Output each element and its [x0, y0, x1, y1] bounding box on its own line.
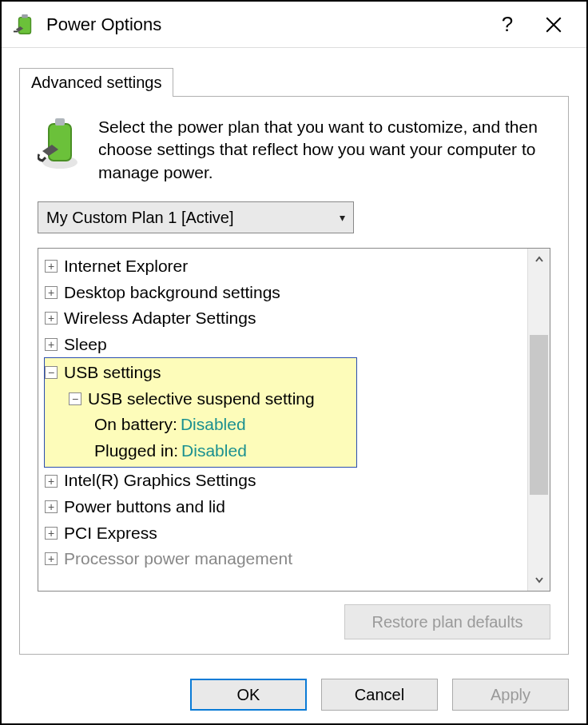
battery-plug-icon — [13, 13, 37, 37]
tree-label: PCI Express — [64, 520, 157, 547]
close-button[interactable] — [530, 3, 577, 46]
svg-rect-0 — [19, 17, 31, 34]
settings-tree-container: + Internet Explorer + Desktop background… — [38, 248, 550, 592]
tree-label: Wireless Adapter Settings — [64, 305, 256, 332]
tree-label: Internet Explorer — [64, 253, 188, 280]
tree-label: Desktop background settings — [64, 280, 280, 306]
close-icon — [546, 17, 562, 33]
client-area: Advanced settings Select the power plan … — [2, 48, 586, 667]
setting-plugged-in[interactable]: Plugged in: Disabled — [45, 438, 356, 464]
tab-advanced-settings[interactable]: Advanced settings — [19, 68, 173, 97]
svg-rect-1 — [22, 14, 28, 18]
window-title: Power Options — [46, 14, 484, 35]
chevron-down-icon: ▾ — [340, 211, 345, 224]
scroll-up-button[interactable] — [528, 249, 550, 271]
tab-panel: Select the power plan that you want to c… — [19, 96, 569, 655]
expand-icon[interactable]: + — [45, 500, 58, 513]
expand-icon[interactable]: + — [45, 312, 58, 325]
expand-icon[interactable]: + — [45, 552, 58, 565]
setting-value[interactable]: Disabled — [181, 412, 246, 438]
svg-rect-5 — [55, 118, 65, 125]
tree-label: Sleep — [64, 332, 107, 358]
vertical-scrollbar[interactable] — [527, 249, 550, 591]
tree-item-wireless-adapter[interactable]: + Wireless Adapter Settings — [45, 305, 527, 332]
tree-label: Intel(R) Graphics Settings — [64, 468, 256, 494]
tabstrip: Advanced settings — [19, 62, 569, 96]
expand-icon[interactable]: + — [45, 527, 58, 540]
setting-on-battery[interactable]: On battery: Disabled — [45, 412, 356, 438]
svg-rect-2 — [14, 30, 18, 32]
tree-item-sleep[interactable]: + Sleep — [45, 332, 527, 358]
scrollbar-track[interactable] — [528, 271, 550, 568]
tree-item-pci-express[interactable]: + PCI Express — [45, 520, 527, 547]
svg-rect-4 — [49, 124, 71, 161]
plan-dropdown-value: My Custom Plan 1 [Active] — [46, 209, 340, 227]
tree-item-internet-explorer[interactable]: + Internet Explorer — [45, 253, 527, 280]
tree-label: Power buttons and lid — [64, 494, 225, 520]
scroll-down-button[interactable] — [528, 568, 550, 591]
plan-dropdown[interactable]: My Custom Plan 1 [Active] ▾ — [38, 201, 354, 233]
intro-row: Select the power plan that you want to c… — [38, 116, 550, 184]
settings-tree[interactable]: + Internet Explorer + Desktop background… — [38, 249, 527, 591]
power-options-window: Power Options ? Advanced settings — [0, 0, 588, 725]
tree-item-usb-settings[interactable]: − USB settings — [45, 360, 356, 386]
intro-text: Select the power plan that you want to c… — [98, 116, 550, 184]
expand-icon[interactable]: + — [45, 286, 58, 299]
tree-label: USB settings — [64, 360, 161, 386]
collapse-icon[interactable]: − — [45, 366, 58, 379]
cancel-button[interactable]: Cancel — [321, 679, 438, 711]
usb-settings-highlight: − USB settings − USB selective suspend s… — [44, 357, 357, 468]
tree-item-power-buttons-lid[interactable]: + Power buttons and lid — [45, 494, 527, 520]
scrollbar-thumb[interactable] — [530, 335, 548, 495]
setting-label: On battery: — [94, 412, 177, 438]
battery-large-icon — [38, 116, 82, 172]
tree-label: Processor power management — [64, 546, 292, 572]
tree-item-desktop-background[interactable]: + Desktop background settings — [45, 280, 527, 306]
ok-button[interactable]: OK — [190, 679, 307, 711]
chevron-down-icon — [534, 575, 544, 584]
chevron-up-icon — [534, 255, 544, 265]
titlebar: Power Options ? — [2, 2, 586, 48]
restore-defaults-button[interactable]: Restore plan defaults — [344, 604, 550, 639]
expand-icon[interactable]: + — [45, 338, 58, 351]
dialog-buttons: OK Cancel Apply — [2, 667, 586, 723]
help-button[interactable]: ? — [484, 3, 530, 46]
setting-label: Plugged in: — [94, 438, 178, 464]
collapse-icon[interactable]: − — [69, 392, 81, 405]
expand-icon[interactable]: + — [45, 260, 58, 273]
tree-item-processor-power[interactable]: + Processor power management — [45, 546, 527, 572]
expand-icon[interactable]: + — [45, 475, 58, 488]
setting-value[interactable]: Disabled — [181, 438, 247, 464]
tree-item-usb-selective-suspend[interactable]: − USB selective suspend setting — [45, 386, 356, 412]
apply-button[interactable]: Apply — [452, 679, 569, 711]
tree-label: USB selective suspend setting — [88, 386, 315, 412]
tree-item-intel-graphics[interactable]: + Intel(R) Graphics Settings — [45, 468, 527, 494]
restore-row: Restore plan defaults — [38, 604, 550, 639]
